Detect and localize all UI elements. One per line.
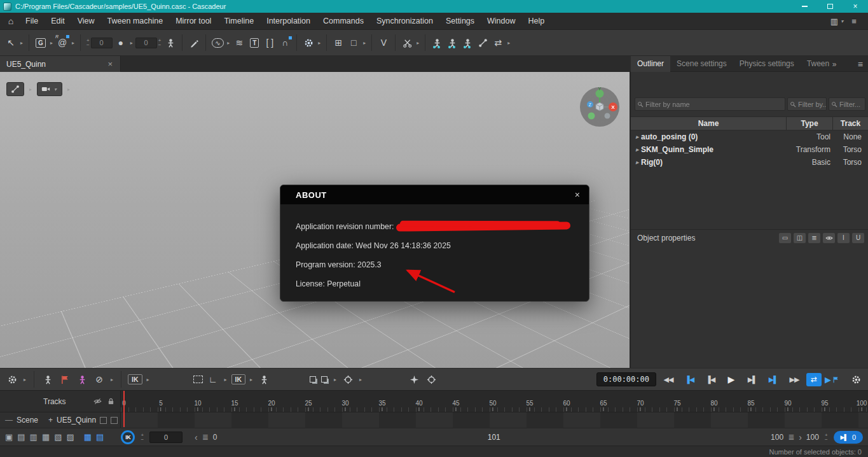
dropdown-icon[interactable]: ▸ [506, 40, 511, 46]
tab-close-icon[interactable]: × [106, 59, 114, 69]
menu-window[interactable]: Window [481, 13, 521, 30]
frame-list-icon[interactable]: ≣ [202, 433, 209, 442]
previous-frame-button[interactable]: ▐◀ [701, 372, 719, 387]
orientation-gizmo[interactable]: Y Z X [579, 86, 621, 128]
start-frame-value[interactable]: 0 [149, 432, 183, 443]
interpolation-mode-icon[interactable]: I [837, 233, 850, 243]
menu-settings[interactable]: Settings [439, 13, 481, 30]
lock-all-tracks-icon[interactable] [107, 397, 115, 405]
expand-track-icon[interactable]: + [48, 416, 53, 425]
dropdown-icon[interactable]: ▸ [333, 377, 338, 383]
keyframe-spinner-a[interactable]: +− 0 [85, 38, 113, 48]
ik-mode-badge[interactable]: IK [128, 374, 142, 384]
previous-keyframe-button[interactable]: ▐◀ [680, 372, 698, 387]
dopesheet-view-icon[interactable]: ▤ [96, 432, 104, 442]
copy-clip-icon[interactable]: ▦ [42, 432, 50, 442]
units-mode-icon[interactable]: U [852, 233, 864, 243]
track-label-cell[interactable]: — Scene + UE5_Quinn [0, 412, 121, 428]
playhead[interactable] [123, 391, 125, 427]
about-dialog-header[interactable]: ABOUT × [280, 185, 589, 204]
tab-scene-settings[interactable]: Scene settings [670, 56, 733, 72]
close-button[interactable]: × [843, 0, 868, 13]
hide-all-tracks-icon[interactable] [93, 397, 102, 405]
expand-icon[interactable]: ▸ [633, 159, 641, 165]
selection-frame-icon[interactable]: □ [347, 35, 361, 50]
dropdown-icon[interactable]: ▸ [249, 377, 254, 383]
timeline-track-row[interactable]: — Scene + UE5_Quinn [0, 412, 868, 428]
spinner-value-b[interactable]: 0 [135, 38, 157, 48]
next-frame-button[interactable]: ▶▌ [743, 372, 761, 387]
transform-tool-icon[interactable]: ↖ [4, 35, 18, 50]
flag-marker-icon[interactable] [58, 372, 72, 387]
dropdown-icon[interactable]: ▸ [22, 377, 27, 383]
interval-tool-icon[interactable]: ∿ [210, 35, 224, 50]
next-keyframe-button[interactable]: ▶▌ [764, 372, 782, 387]
collapse-icon[interactable]: — [5, 416, 13, 425]
dropdown-icon[interactable]: ▸ [28, 87, 33, 92]
list-view-icon[interactable]: ≣ [808, 233, 820, 243]
snap-magnet-icon[interactable]: R@ [55, 35, 69, 50]
dropdown-icon[interactable]: ▸ [226, 40, 231, 46]
character-mode-icon[interactable] [163, 35, 177, 50]
dropdown-icon[interactable]: ▸ [66, 87, 71, 92]
run-cycle-icon[interactable] [257, 372, 271, 387]
spinner-buttons[interactable]: +− [86, 38, 90, 47]
ghost-onion2-icon[interactable] [321, 376, 327, 383]
chevron-right-icon[interactable]: › [799, 432, 802, 442]
menu-view[interactable]: View [71, 13, 101, 30]
track-view-icon[interactable]: ▦ [84, 432, 92, 442]
menu-tween-machine[interactable]: Tween machine [101, 13, 170, 30]
pose-paste-icon[interactable] [445, 35, 459, 50]
menu-hamburger-icon[interactable]: ≡ [846, 17, 862, 26]
table-row-skm-quinn[interactable]: ▸SKM_Quinn_Simple Transform Torso [631, 143, 868, 156]
menu-timeline[interactable]: Timeline [217, 13, 260, 30]
import-scene-icon[interactable]: ▤ [17, 432, 25, 442]
timecode-display[interactable]: 0:00:00:00 [596, 372, 656, 386]
dropdown-icon[interactable]: ▸ [223, 377, 228, 383]
trajectory-icon[interactable]: ∩ [278, 35, 292, 50]
spinner-buttons[interactable]: +− [158, 38, 162, 47]
range-list-icon[interactable]: ≣ [788, 433, 794, 442]
range-spinner-buttons[interactable]: +− [825, 433, 828, 442]
loop-playback-button[interactable]: ⇄ [806, 373, 822, 386]
cut-tool-icon[interactable] [400, 35, 414, 50]
visibility-icon[interactable] [823, 233, 835, 243]
tab-physics-settings[interactable]: Physics settings [733, 56, 801, 72]
tab-overflow-icon[interactable]: » [831, 60, 838, 69]
keyboard-icon[interactable]: ▭ [779, 233, 791, 243]
dropdown-icon[interactable]: ▸ [317, 40, 322, 46]
menu-help[interactable]: Help [522, 13, 551, 30]
fulcrum-icon[interactable] [424, 372, 438, 387]
maximize-button[interactable] [817, 0, 843, 13]
paint-weights-icon[interactable] [187, 35, 201, 50]
expand-icon[interactable]: ▸ [633, 146, 641, 153]
save-clip-icon[interactable]: ▥ [30, 432, 38, 442]
dropdown-icon[interactable]: ▸ [71, 40, 76, 46]
dropdown-icon[interactable]: ▸ [415, 40, 420, 46]
export-scene-icon[interactable]: ▣ [5, 432, 13, 442]
spinner-value-a[interactable]: 0 [91, 38, 113, 48]
menu-edit[interactable]: Edit [45, 13, 71, 30]
tab-ue5-quinn[interactable]: UE5_Quinn × [0, 56, 121, 72]
menu-synchronization[interactable]: Synchronization [370, 13, 439, 30]
auto-physics-icon[interactable] [407, 372, 421, 387]
track-lane[interactable] [121, 412, 868, 428]
chevron-left-icon[interactable]: ‹ [195, 432, 198, 442]
ik-fk-switch-badge[interactable]: IK [231, 374, 246, 384]
disable-icon[interactable]: ⊘ [92, 372, 106, 387]
record-key-icon[interactable]: ● [114, 35, 128, 50]
mirror-pose-icon[interactable] [41, 372, 55, 387]
dropdown-icon[interactable]: ▸ [362, 40, 367, 46]
grid-cell-icon[interactable]: ⊞ [331, 35, 345, 50]
global-space-icon[interactable]: G [34, 35, 48, 50]
filter-by-name-field[interactable] [635, 97, 785, 111]
pose-mirror-icon[interactable] [460, 35, 474, 50]
jump-to-end-button[interactable]: ▶▶ [785, 372, 803, 387]
tab-tween[interactable]: Tween [801, 56, 831, 72]
range-length-value[interactable]: 100 [806, 433, 819, 442]
rig-joints-button[interactable] [6, 82, 24, 96]
dropdown-icon[interactable]: ▸ [49, 40, 54, 46]
visualizer-icon[interactable]: V [376, 35, 390, 50]
tracking-point-icon[interactable] [341, 372, 355, 387]
filter-by-type-input[interactable] [798, 101, 826, 108]
